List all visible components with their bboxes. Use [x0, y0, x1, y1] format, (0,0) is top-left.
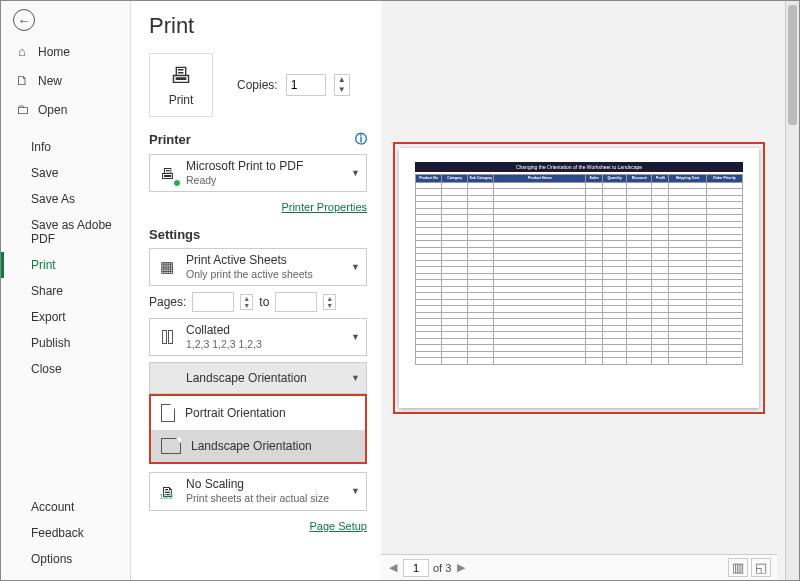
print-settings-column: Print 🖶 Print Copies: ▲▼ Printer ⓘ: [131, 1, 381, 580]
printer-section-title: Printer: [149, 132, 191, 147]
nav-open[interactable]: 🗀 Open: [1, 95, 130, 124]
backstage-view: ← ⌂ Home 🗋 New 🗀 Open Info Save Save As …: [0, 0, 800, 581]
pages-to-stepper[interactable]: ▲▼: [323, 294, 336, 310]
print-button-label: Print: [169, 93, 194, 107]
back-arrow-icon: ←: [13, 9, 35, 31]
nav-home[interactable]: ⌂ Home: [1, 37, 130, 66]
pager-total: of 3: [433, 562, 451, 574]
orientation-option-landscape[interactable]: Landscape Orientation: [151, 430, 365, 462]
orientation-dropdown-list: Portrait Orientation Landscape Orientati…: [149, 394, 367, 464]
nav-export[interactable]: Export: [1, 304, 130, 330]
nav-publish[interactable]: Publish: [1, 330, 130, 356]
print-what-title: Print Active Sheets: [186, 253, 343, 268]
nav-label: Open: [38, 103, 67, 117]
page-setup-link[interactable]: Page Setup: [149, 520, 367, 532]
scaling-title: No Scaling: [186, 477, 343, 492]
collate-sub: 1,2,3 1,2,3 1,2,3: [186, 338, 343, 351]
pages-from-stepper[interactable]: ▲▼: [240, 294, 253, 310]
nav-share[interactable]: Share: [1, 278, 130, 304]
chevron-down-icon: ▼: [351, 373, 360, 383]
chevron-down-icon: ▼: [351, 332, 360, 342]
open-folder-icon: 🗀: [15, 102, 29, 117]
chevron-down-icon: ▼: [351, 262, 360, 272]
printer-properties-link[interactable]: Printer Properties: [149, 201, 367, 213]
printer-status: Ready: [186, 174, 343, 187]
print-what-sub: Only print the active sheets: [186, 268, 343, 281]
nav-label: New: [38, 74, 62, 88]
collate-icon: [156, 326, 178, 348]
settings-section-title: Settings: [149, 227, 200, 242]
chevron-down-icon: ▼: [351, 486, 360, 496]
nav-feedback[interactable]: Feedback: [1, 520, 130, 546]
pager-next-button[interactable]: ▶: [455, 561, 467, 574]
back-button[interactable]: ←: [1, 1, 130, 37]
nav-save[interactable]: Save: [1, 160, 130, 186]
print-button[interactable]: 🖶 Print: [149, 53, 213, 117]
copies-stepper[interactable]: ▲▼: [334, 74, 350, 96]
home-icon: ⌂: [15, 44, 29, 59]
pages-to-label: to: [259, 295, 269, 309]
scaling-sub: Print sheets at their actual size: [186, 492, 343, 505]
pager-current-input[interactable]: [403, 559, 429, 577]
print-panel: Print 🖶 Print Copies: ▲▼ Printer ⓘ: [131, 1, 799, 580]
landscape-page-icon: [161, 438, 181, 454]
orientation-option-portrait[interactable]: Portrait Orientation: [151, 396, 365, 430]
sheets-grid-icon: ▦: [156, 256, 178, 278]
landscape-page-icon: [156, 367, 178, 389]
pages-from-input[interactable]: [192, 292, 234, 312]
portrait-page-icon: [161, 404, 175, 422]
collate-title: Collated: [186, 323, 343, 338]
printer-device-icon: 🖶: [156, 162, 178, 184]
nav-save-as[interactable]: Save As: [1, 186, 130, 212]
print-what-select[interactable]: ▦ Print Active Sheets Only print the act…: [149, 248, 367, 286]
nav-save-adobe-pdf[interactable]: Save as Adobe PDF: [1, 212, 130, 252]
new-file-icon: 🗋: [15, 73, 29, 88]
printer-name: Microsoft Print to PDF: [186, 159, 343, 174]
scrollbar-thumb[interactable]: [788, 5, 797, 125]
printer-select[interactable]: 🖶 Microsoft Print to PDF Ready ▼: [149, 154, 367, 192]
nav-info[interactable]: Info: [1, 134, 130, 160]
pager-prev-button[interactable]: ◀: [387, 561, 399, 574]
nav-sidebar: ← ⌂ Home 🗋 New 🗀 Open Info Save Save As …: [1, 1, 131, 580]
printer-info-icon[interactable]: ⓘ: [355, 131, 367, 148]
scaling-select[interactable]: 🗎100 No Scaling Print sheets at their ac…: [149, 472, 367, 510]
page-title: Print: [149, 13, 367, 39]
orientation-option-label: Portrait Orientation: [185, 406, 286, 420]
show-margins-button[interactable]: ▥: [728, 558, 748, 577]
print-preview-pane: Changing the Orientation of the Workshee…: [381, 1, 785, 580]
nav-print[interactable]: Print: [1, 252, 130, 278]
orientation-option-label: Landscape Orientation: [191, 439, 312, 453]
copies-input[interactable]: [286, 74, 326, 96]
pages-label: Pages:: [149, 295, 186, 309]
preview-doc-title: Changing the Orientation of the Workshee…: [415, 162, 743, 172]
preview-pager: ◀ of 3 ▶ ▥ ◱: [381, 554, 777, 580]
orientation-value: Landscape Orientation: [186, 371, 343, 386]
nav-options[interactable]: Options: [1, 546, 130, 572]
nav-close[interactable]: Close: [1, 356, 130, 382]
printer-icon: 🖶: [170, 63, 192, 89]
preview-page: Changing the Orientation of the Workshee…: [399, 148, 759, 408]
copies-label: Copies:: [237, 78, 278, 92]
nav-account[interactable]: Account: [1, 494, 130, 520]
chevron-down-icon: ▼: [351, 168, 360, 178]
vertical-scrollbar[interactable]: [785, 1, 799, 580]
pages-to-input[interactable]: [275, 292, 317, 312]
preview-table: Product NoCategorySub CategoryProduct Na…: [415, 174, 743, 365]
orientation-select[interactable]: Landscape Orientation ▼: [149, 362, 367, 394]
scaling-page-icon: 🗎100: [156, 480, 178, 502]
nav-label: Home: [38, 45, 70, 59]
nav-new[interactable]: 🗋 New: [1, 66, 130, 95]
zoom-to-page-button[interactable]: ◱: [751, 558, 771, 577]
collate-select[interactable]: Collated 1,2,3 1,2,3 1,2,3 ▼: [149, 318, 367, 356]
